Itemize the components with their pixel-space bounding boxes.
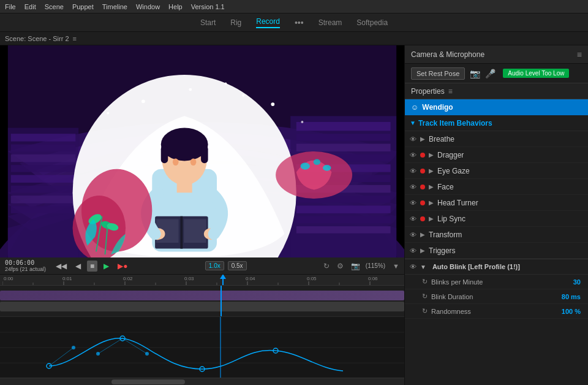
svg-rect-22 — [11, 196, 76, 203]
behavior-name: Head Turner — [437, 199, 478, 207]
camera-icon[interactable]: 📷 — [351, 262, 360, 270]
scene-menu-icon[interactable]: ≡ — [73, 35, 77, 42]
top-nav: Start Rig Record ••• Stream Softpedia — [0, 13, 588, 32]
timeline-ruler: 0:00 0:01 0:02 0:03 0:04 0:05 — [0, 275, 404, 286]
set-rest-pose-button[interactable]: Set Rest Pose — [411, 67, 465, 80]
viewport[interactable] — [0, 45, 404, 257]
scene-illustration — [0, 45, 404, 257]
svg-text:0:06: 0:06 — [368, 276, 378, 281]
play-button[interactable]: ▶ — [101, 261, 111, 272]
svg-point-54 — [271, 102, 274, 106]
behavior-name: Eye Gaze — [437, 167, 470, 175]
visibility-icon[interactable]: 👁 — [410, 247, 417, 254]
svg-marker-78 — [220, 275, 226, 279]
svg-point-47 — [301, 162, 310, 170]
speed-half-button[interactable]: 0.5x — [228, 261, 247, 270]
svg-point-50 — [141, 99, 145, 103]
nav-record[interactable]: Record — [256, 17, 280, 28]
nav-stream[interactable]: Stream — [318, 18, 342, 27]
menu-scene[interactable]: Scene — [45, 3, 64, 10]
expand-icon[interactable]: ▶ — [420, 231, 425, 238]
expand-icon[interactable]: ▶ — [420, 135, 425, 142]
collapse-arrow-icon[interactable]: ▼ — [410, 120, 416, 126]
nav-dots[interactable]: ••• — [295, 18, 304, 28]
visibility-icon[interactable]: 👁 — [410, 263, 417, 270]
menu-window[interactable]: Window — [136, 3, 160, 10]
speed-normal-button[interactable]: 1.0x — [205, 261, 224, 270]
expand-icon[interactable]: ▶ — [429, 215, 434, 222]
menu-timeline[interactable]: Timeline — [102, 3, 127, 10]
timeline-scrollbar[interactable] — [0, 378, 404, 385]
nav-start[interactable]: Start — [200, 18, 216, 27]
expand-icon[interactable]: ▶ — [429, 183, 434, 190]
param-value: 80 ms — [562, 293, 581, 300]
track-bar-2 — [0, 302, 404, 311]
visibility-icon[interactable]: 👁 — [410, 167, 417, 175]
expand-icon[interactable]: ▶ — [429, 151, 434, 158]
behavior-dragger[interactable]: 👁 ▶ Dragger — [405, 147, 588, 163]
svg-rect-20 — [11, 175, 76, 182]
auto-blink-header[interactable]: 👁 ▼ Auto Blink [Left Profile (1!)] — [405, 259, 588, 275]
visibility-icon[interactable]: 👁 — [410, 135, 417, 143]
right-panel: Camera & Microphone ≡ Set Rest Pose 📷 🎤 … — [404, 45, 588, 385]
puppet-row[interactable]: ☺ Wendigo — [405, 99, 588, 115]
visibility-icon[interactable]: 👁 — [410, 215, 417, 223]
visibility-icon[interactable]: 👁 — [410, 183, 417, 191]
expand-icon[interactable]: ▶ — [429, 167, 434, 174]
chevron-down-icon[interactable]: ▼ — [393, 262, 399, 270]
scroll-thumb[interactable] — [111, 379, 185, 384]
behavior-face[interactable]: 👁 ▶ Face — [405, 179, 588, 195]
loop-icon[interactable]: ↻ — [323, 262, 330, 270]
time-display: 00:06:00 — [5, 259, 34, 266]
expand-icon[interactable]: ▶ — [420, 247, 425, 254]
behavior-lip-sync[interactable]: 👁 ▶ Lip Sync — [405, 211, 588, 227]
svg-point-51 — [189, 88, 192, 91]
puppet-icon: ☺ — [411, 103, 418, 112]
canvas-area: 00:06:00 24fps (21 actual) ◀◀ ◀ ■ ▶ ▶● 1… — [0, 45, 404, 385]
ruler-ticks: 0:00 0:01 0:02 0:03 0:04 0:05 — [2, 275, 402, 285]
properties-menu-icon[interactable]: ≡ — [448, 87, 453, 96]
expand-icon[interactable]: ▼ — [420, 264, 426, 270]
red-dot — [420, 169, 425, 173]
svg-point-53 — [107, 112, 109, 115]
properties-label: Properties — [411, 87, 445, 96]
rest-pose-bar: Set Rest Pose 📷 🎤 Audio Level Too Low — [405, 64, 588, 83]
cycle-icon: ↻ — [422, 278, 428, 286]
cycle-icon: ↻ — [422, 292, 428, 300]
red-dot — [420, 200, 425, 205]
svg-rect-28 — [161, 145, 168, 163]
cam-mic-menu-icon[interactable]: ≡ — [577, 50, 582, 59]
menu-puppet[interactable]: Puppet — [72, 3, 94, 10]
visibility-icon[interactable]: 👁 — [410, 199, 417, 207]
nav-rig[interactable]: Rig — [230, 18, 241, 27]
stop-button[interactable]: ■ — [87, 261, 97, 272]
settings-icon[interactable]: ⚙ — [337, 262, 344, 270]
properties-bar: Properties ≡ — [405, 83, 588, 99]
svg-point-31 — [190, 159, 197, 166]
visibility-icon[interactable]: 👁 — [410, 151, 417, 159]
behavior-transform[interactable]: 👁 ▶ Transform — [405, 227, 588, 243]
svg-rect-16 — [11, 134, 76, 141]
behavior-triggers[interactable]: 👁 ▶ Triggers — [405, 243, 588, 259]
behavior-head-turner[interactable]: 👁 ▶ Head Turner — [405, 195, 588, 211]
step-back-button[interactable]: ◀ — [73, 261, 83, 272]
view-info: (115%) — [366, 262, 385, 269]
behavior-breathe[interactable]: 👁 ▶ Breathe — [405, 131, 588, 147]
svg-point-52 — [242, 94, 244, 97]
svg-text:0:01: 0:01 — [62, 276, 72, 281]
menu-edit[interactable]: Edit — [24, 3, 36, 10]
svg-point-48 — [314, 159, 321, 165]
menu-help[interactable]: Help — [168, 3, 183, 10]
track-bar — [0, 291, 404, 300]
main-layout: 00:06:00 24fps (21 actual) ◀◀ ◀ ■ ▶ ▶● 1… — [0, 45, 588, 385]
menu-file[interactable]: File — [5, 3, 16, 10]
fps-display: 24fps (21 actual) — [5, 266, 46, 272]
behavior-eye-gaze[interactable]: 👁 ▶ Eye Gaze — [405, 163, 588, 179]
svg-point-56 — [301, 121, 303, 123]
svg-text:0:00: 0:00 — [4, 276, 13, 281]
nav-softpedia[interactable]: Softpedia — [356, 18, 388, 27]
go-start-button[interactable]: ◀◀ — [53, 261, 69, 272]
record-button[interactable]: ▶● — [115, 261, 130, 272]
expand-icon[interactable]: ▶ — [429, 199, 434, 206]
visibility-icon[interactable]: 👁 — [410, 231, 417, 238]
